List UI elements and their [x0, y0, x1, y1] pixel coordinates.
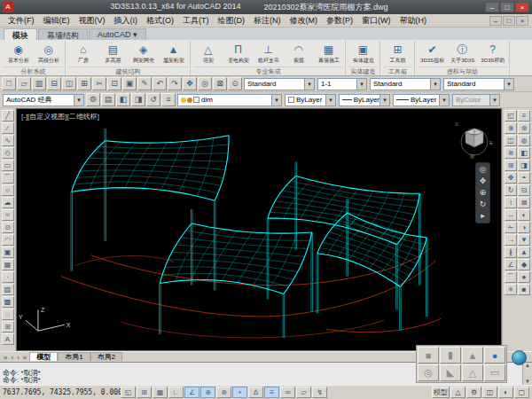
offset-button[interactable]: ≋ [505, 147, 517, 159]
isolate-objects-button[interactable]: ◐ [498, 387, 513, 398]
wireframe-model[interactable]: XYZ [17, 109, 501, 350]
menu-item[interactable]: 修改(M) [286, 15, 323, 27]
divide-button[interactable]: ◨ [518, 160, 530, 171]
trim-button[interactable]: ✁ [505, 222, 517, 233]
layer-isolate-button[interactable]: ◨ [131, 93, 145, 106]
transparency-toggle[interactable]: ▱ [296, 387, 311, 398]
gradient-button[interactable]: ▩ [2, 296, 14, 308]
cylinder-button[interactable]: ▮ [440, 347, 461, 364]
table-button[interactable]: ⊞ [2, 321, 14, 332]
last-tab-button[interactable]: » [21, 354, 28, 362]
plot-button[interactable]: ⊟ [47, 77, 61, 90]
layout-tab[interactable]: 布局1 [58, 352, 90, 361]
help-button[interactable]: ?3D3S帮助 [478, 41, 507, 66]
polar-tracking-toggle[interactable]: ∠ [184, 387, 200, 398]
point-button[interactable]: ∙ [2, 271, 14, 283]
doc-minimize-button[interactable]: – [489, 16, 502, 26]
cone-button[interactable]: ▲ [462, 347, 483, 364]
copy-button[interactable]: ⊡ [107, 77, 121, 90]
roof-truss-button[interactable]: ▲屋架桁架 [159, 41, 188, 66]
xref-button[interactable]: ⊠ [518, 197, 530, 208]
text-style-combo[interactable]: Standard ▾ [244, 78, 315, 90]
open-button[interactable]: ▱ [17, 77, 31, 90]
render-button[interactable]: ● [518, 271, 530, 283]
space-frame-button[interactable]: ◈网架网壳 [129, 41, 158, 66]
chamfer-button[interactable]: ∠ [505, 259, 517, 270]
drawing-canvas[interactable]: XYZ [-][自定义视图][二维线框] ⌂ 上 南 东 ◎✥⊕↻▸ [16, 108, 502, 351]
rotate-button[interactable]: ↻ [505, 184, 517, 196]
group-button[interactable]: ⊛ [518, 122, 530, 134]
basic-analysis-button[interactable]: ◉基本分析 [4, 41, 33, 66]
workspace-settings-button[interactable]: ⚙ [86, 93, 100, 106]
object-snap-toggle[interactable]: ⊕ [200, 387, 215, 398]
menu-item[interactable]: 格式(O) [142, 15, 178, 27]
mleader-style-combo[interactable]: Standard ▾ [443, 78, 514, 90]
mast-support-button[interactable]: ⊥桅杆支吊 [254, 41, 283, 66]
pan-tool-button[interactable]: ✥ [480, 177, 487, 185]
menu-item[interactable]: 文件(F) [4, 15, 39, 27]
navigation-wheel-button[interactable]: ◎ [480, 166, 487, 174]
annotation-scale-button[interactable]: △ [450, 387, 466, 398]
scroll-down-icon[interactable]: ▼ [525, 379, 530, 385]
linetype-combo[interactable]: ByLayer ▾ [339, 94, 390, 106]
maximize-button[interactable]: □ [500, 2, 514, 12]
showmotion-button[interactable]: ▸ [481, 212, 485, 220]
lineweight-combo[interactable]: ByLayer ▾ [393, 94, 450, 106]
break-button[interactable]: ∦ [505, 246, 517, 258]
menu-item[interactable]: 视图(V) [74, 15, 110, 27]
multi-storey-button[interactable]: ▤多高层 [98, 41, 128, 66]
membrane-button[interactable]: ◠索膜 [284, 41, 313, 66]
erase-button[interactable]: ◱ [505, 110, 517, 121]
pan-button[interactable]: ✥ [183, 77, 197, 90]
solid-modeling-button[interactable]: ▣实体建造 [348, 41, 378, 66]
fillet-button[interactable]: ⌒ [505, 271, 517, 283]
sphere-tool-button[interactable] [512, 350, 527, 365]
menu-item[interactable]: 插入(I) [110, 15, 143, 27]
menu-item[interactable]: 窗口(W) [357, 15, 395, 27]
menu-item[interactable]: 绘图(D) [214, 15, 250, 27]
layer-states-button[interactable]: ◧ [116, 93, 130, 106]
box-button[interactable]: ■ [418, 347, 439, 364]
draw-order-button[interactable]: ≡ [518, 110, 530, 121]
scroll-up-icon[interactable]: ▲ [525, 363, 530, 369]
layer-properties-button[interactable]: ▤ [101, 93, 115, 106]
toolbox-button[interactable]: ⊞工具箱 [383, 41, 412, 66]
explode-button[interactable]: ✳ [505, 284, 517, 295]
about-button[interactable]: ⓘ关于3D3S [448, 41, 477, 66]
undo-button[interactable]: ↶ [153, 77, 167, 90]
ole-button[interactable]: ◑ [518, 222, 530, 233]
close-button[interactable]: × [515, 2, 529, 12]
workspace-combo[interactable]: AutoCAD 经典 ▾ [3, 94, 84, 106]
zoom-realtime-button[interactable]: ◎ [198, 77, 212, 90]
region-button[interactable]: ◌ [2, 309, 14, 320]
doc-restore-button[interactable]: □ [503, 16, 515, 26]
curtain-wall-button[interactable]: ▦幕墙施工 [314, 41, 343, 66]
stretch-button[interactable]: ↕ [505, 197, 517, 208]
arc-button[interactable]: ⌒ [2, 172, 14, 184]
viewport-controls[interactable]: [-][自定义视图][二维线框] [21, 112, 99, 121]
object-snap-tracking-toggle[interactable]: + [232, 387, 247, 398]
create-block-button[interactable]: ▦ [2, 259, 14, 270]
menu-item[interactable]: 参数(P) [322, 15, 357, 27]
ortho-toggle[interactable]: ∟ [168, 387, 184, 398]
cut-button[interactable]: ✂ [92, 77, 106, 90]
ribbon-tab[interactable]: 幕墙结构 [38, 28, 88, 40]
hatch-button[interactable]: ▨ [2, 284, 14, 295]
field-button[interactable]: ■ [518, 284, 530, 295]
toolbar-lock-button[interactable]: ◫ [482, 387, 497, 398]
mirror-button[interactable]: ◫ [505, 135, 517, 146]
match-properties-button[interactable]: ✎ [137, 77, 152, 90]
quick-properties-toggle[interactable]: ↯ [312, 387, 327, 398]
layer-combo[interactable]: dim ▾ [177, 94, 282, 106]
properties-toggle-button[interactable]: ≡ [161, 93, 176, 106]
menu-item[interactable]: 编辑(E) [39, 15, 74, 27]
tower-button[interactable]: △塔架 [193, 41, 223, 66]
move-button[interactable]: ✥ [505, 172, 517, 184]
new-button[interactable]: □ [2, 77, 16, 90]
circle-button[interactable]: ○ [2, 184, 14, 196]
spline-button[interactable]: ≈ [2, 209, 14, 221]
zoom-tool-button[interactable]: ⊕ [480, 189, 487, 197]
substation-frame-button[interactable]: Π变电构架 [223, 41, 253, 66]
dynamic-ucs-toggle[interactable]: ∆ [248, 387, 263, 398]
table-style-combo[interactable]: Standard ▾ [370, 78, 441, 90]
